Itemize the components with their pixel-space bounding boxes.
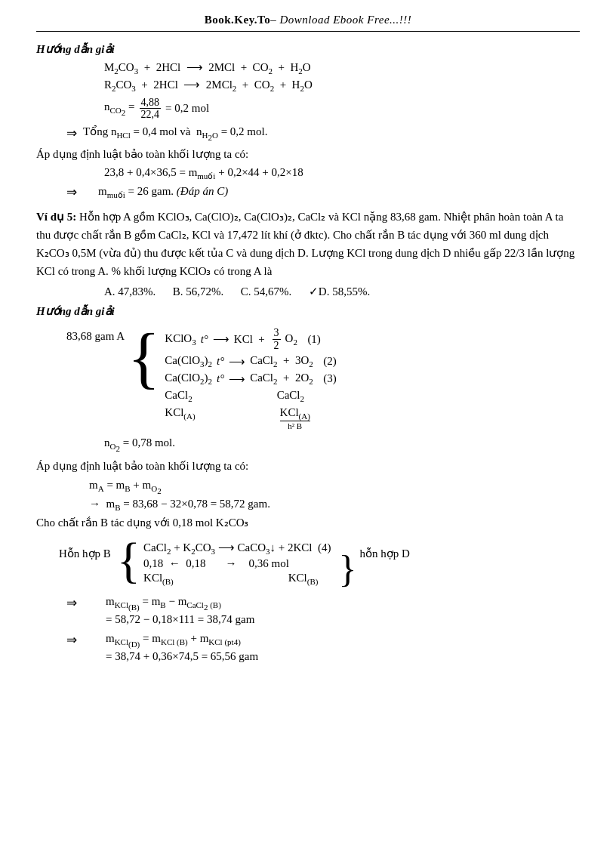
reaction2: R2CO3 + 2HCl ⟶ 2MCl2 + CO2 + H2O bbox=[36, 78, 580, 93]
brace-row-2: Ca(ClO3)2 t° ⟶ CaCl2 + 3O2 (2) bbox=[165, 354, 336, 368]
mmuoi-result: ⇒ mmuối = 26 gam. (Đáp án C) bbox=[66, 184, 580, 200]
choice-b: B. 56,72%. bbox=[173, 285, 224, 298]
choice-d: ✓D. 58,55%. bbox=[309, 285, 370, 298]
brace-label: 83,68 gam A bbox=[66, 324, 125, 343]
nO2-line: nO2 = 0,78 mol. bbox=[104, 436, 580, 453]
choice-a: A. 47,83%. bbox=[104, 285, 156, 298]
big-brace-block: 83,68 gam A { KClO3 t° ⟶ KCl + 3 2 O2 (1… bbox=[36, 324, 580, 430]
ap-dung-1: Áp dụng định luật bảo toàn khối lượng ta… bbox=[36, 146, 580, 163]
vd5-choices: A. 47,83%. B. 56,72%. C. 54,67%. ✓D. 58,… bbox=[36, 285, 580, 298]
tagline: – Download Ebook Free...!!! bbox=[270, 14, 411, 26]
hb-label: h² B bbox=[288, 421, 302, 430]
brace-row-4: CaCl2 CaCl2 bbox=[165, 389, 336, 403]
choice-c: C. 54,67%. bbox=[241, 285, 292, 298]
hhB-label: Hỗn hợp B bbox=[59, 536, 111, 560]
vd5-title: Ví dụ 5: bbox=[36, 211, 76, 223]
mA-eq-line: mA = mB + mO2 bbox=[36, 479, 580, 495]
brace2-row-2: 0,18 ← 0,18 → 0,36 mol bbox=[143, 557, 331, 570]
brace-row-1: KClO3 t° ⟶ KCl + 3 2 O2 (1) bbox=[165, 327, 336, 351]
vd5-problem: Hỗn hợp A gồm KClO₃, Ca(ClO)₂, Ca(ClO₃)₂… bbox=[36, 211, 574, 277]
hhD-label: } bbox=[334, 536, 357, 591]
ap-dung-2: Áp dụng định luật bảo toàn khối lượng ta… bbox=[36, 458, 580, 475]
section1-title: Hướng dẫn giải bbox=[36, 42, 580, 56]
hhD-text: hỗn hợp D bbox=[360, 536, 410, 560]
brand: Book.Key.To bbox=[205, 14, 270, 26]
brace-row-3: Ca(ClO2)2 t° ⟶ CaCl2 + 2O2 (3) bbox=[165, 372, 336, 386]
implies-tong: ⇒ Tổng nHCl = 0,4 mol và nH2O = 0,2 mol. bbox=[66, 125, 580, 142]
cho-chat-ran: Cho chất rắn B tác dụng với 0,18 mol K₂C… bbox=[36, 514, 580, 532]
brace2-row-1: CaCl2 + K2CO3 ⟶ CaCO3↓ + 2KCl (4) bbox=[143, 541, 331, 556]
left-brace: { bbox=[128, 324, 160, 392]
brace2-block: Hỗn hợp B { CaCl2 + K2CO3 ⟶ CaCO3↓ + 2KC… bbox=[36, 536, 580, 591]
guide-title: Hướng dẫn giải bbox=[36, 304, 580, 318]
brace-rows: KClO3 t° ⟶ KCl + 3 2 O2 (1) Ca(ClO3)2 t°… bbox=[165, 324, 336, 430]
mKClB-block: ⇒ mKCl(B) = mB − mCaCl2 (B) = 58,72 − 0,… bbox=[66, 595, 580, 626]
page-header: Book.Key.To– Download Ebook Free...!!! bbox=[36, 14, 580, 32]
mB-calc-line: → mB = 83,68 − 32×0,78 = 58,72 gam. bbox=[36, 498, 580, 512]
vd5-block: Ví dụ 5: Hỗn hợp A gồm KClO₃, Ca(ClO)₂, … bbox=[36, 208, 580, 280]
brace2-char: { bbox=[117, 536, 140, 585]
nco2-line: nCO2 = 4,88 22,4 = 0,2 mol bbox=[36, 97, 580, 121]
reaction1: M2CO3 + 2HCl ⟶ 2MCl + CO2 + H2O bbox=[36, 60, 580, 76]
brace-row-5: KCl(A) KCl(A) h² B bbox=[165, 406, 336, 430]
brace2-row-3: KCl(B) KCl(B) bbox=[143, 572, 331, 586]
mKClD-block: ⇒ mKCl(D) = mKCl (B) + mKCl (pt4) = 38,7… bbox=[66, 632, 580, 663]
calc1-line: 23,8 + 0,4×36,5 = mmuối + 0,2×44 + 0,2×1… bbox=[36, 166, 580, 181]
brace2-rows: CaCl2 + K2CO3 ⟶ CaCO3↓ + 2KCl (4) 0,18 ←… bbox=[143, 536, 331, 586]
